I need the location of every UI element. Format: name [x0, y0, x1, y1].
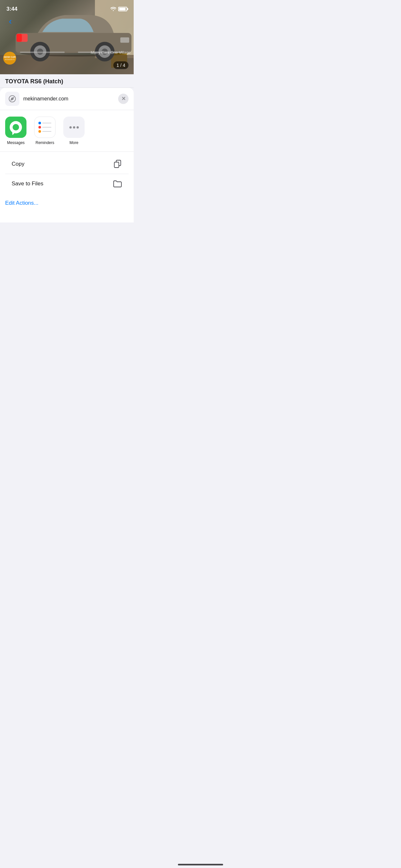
- edit-actions-section: Edit Actions...: [0, 193, 134, 216]
- copy-icon-svg: [113, 160, 122, 168]
- save-to-files-action-row[interactable]: Save to Files: [5, 174, 128, 193]
- dot-2: [73, 126, 75, 128]
- svg-rect-4: [120, 37, 129, 43]
- page-wrapper: 3:44: [0, 0, 134, 289]
- messages-app-icon: [5, 117, 27, 138]
- svg-rect-3: [17, 34, 22, 42]
- reminders-app-icon: [34, 117, 56, 138]
- folder-icon-svg: [113, 180, 122, 187]
- reminder-dot-red: [38, 126, 41, 128]
- action-section: Copy Save to Files: [5, 154, 128, 193]
- messages-bubble-icon: [10, 121, 22, 133]
- share-url: mekinamender.com: [23, 96, 114, 102]
- reminder-line-3: [42, 131, 51, 132]
- wifi-icon: [111, 6, 116, 12]
- status-bar: 3:44: [0, 0, 134, 14]
- reminder-dot-orange: [38, 130, 41, 133]
- close-share-button[interactable]: ✕: [118, 94, 128, 104]
- battery-icon: [118, 7, 127, 11]
- reminder-dot-blue: [38, 122, 41, 124]
- reminders-list-icon: [36, 119, 54, 135]
- edit-actions-link[interactable]: Edit Actions...: [5, 200, 38, 206]
- dot-3: [76, 126, 79, 128]
- copy-action-label: Copy: [11, 161, 25, 167]
- share-sheet: mekinamender.com ✕ Messages: [0, 88, 134, 222]
- url-bar: mekinamender.com ✕: [0, 88, 134, 110]
- copy-action-row[interactable]: Copy: [5, 154, 128, 174]
- status-time: 3:44: [6, 6, 18, 12]
- reminder-row-2: [38, 126, 51, 128]
- watermark-logo: GESH CAR 011312171: [3, 52, 16, 65]
- svg-rect-16: [114, 162, 119, 167]
- close-icon: ✕: [121, 96, 126, 101]
- more-app-icon: [63, 117, 85, 138]
- svg-marker-14: [11, 97, 13, 100]
- more-app-item[interactable]: More: [63, 117, 85, 145]
- messages-app-label: Messages: [7, 141, 25, 145]
- copy-icon: [113, 159, 122, 168]
- three-dots-icon: [69, 126, 79, 128]
- reminder-row-3: [38, 130, 51, 133]
- reminders-app-item[interactable]: Reminders: [34, 117, 56, 145]
- reminder-line-1: [42, 123, 51, 123]
- compass-icon: [8, 95, 16, 103]
- watermark-text: Many Cars One Village: [91, 51, 130, 55]
- reminder-row-1: [38, 122, 51, 124]
- car-title-bar: TOYOTA RS6 (Hatch): [0, 74, 134, 88]
- messages-app-item[interactable]: Messages: [5, 117, 27, 145]
- car-title: TOYOTA RS6 (Hatch): [5, 78, 63, 85]
- compass-icon-container: [5, 92, 19, 106]
- apps-row: Messages: [0, 110, 134, 152]
- reminders-app-label: Reminders: [35, 141, 54, 145]
- image-counter: 1 / 4: [113, 61, 128, 69]
- save-to-files-label: Save to Files: [11, 181, 43, 187]
- reminder-line-2: [42, 127, 51, 128]
- folder-icon: [113, 179, 122, 188]
- svg-rect-11: [20, 52, 65, 53]
- back-button[interactable]: ‹: [5, 16, 16, 27]
- back-chevron-icon: ‹: [9, 17, 11, 26]
- more-app-label: More: [69, 141, 78, 145]
- messages-bubble-inner: [12, 124, 19, 130]
- status-icons: [111, 6, 127, 12]
- dot-1: [69, 126, 72, 128]
